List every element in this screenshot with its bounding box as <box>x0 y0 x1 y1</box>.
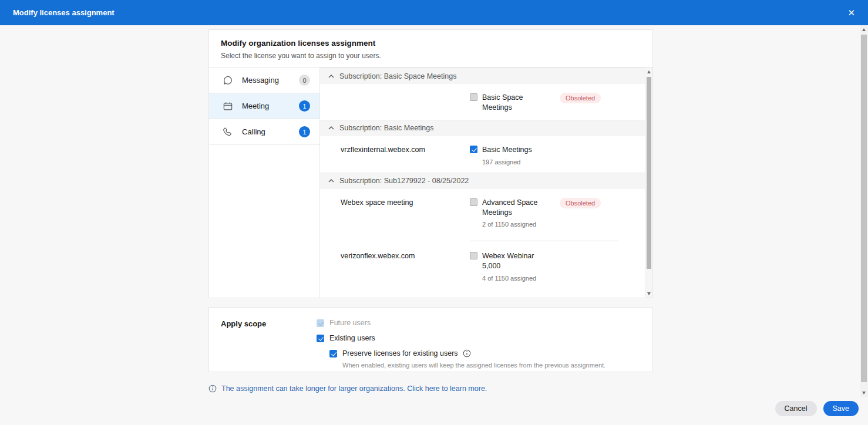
section-title: Subscription: Basic Meetings <box>339 124 434 132</box>
scope-option-description: When enabled, existing users will keep t… <box>342 362 605 369</box>
site-name: verizonflex.webex.com <box>320 251 470 282</box>
modal-header: Modify licenses assignment ✕ <box>0 0 868 25</box>
license-row: Basic Meetings1 assigned <box>320 289 645 298</box>
scope-option: Future users <box>317 315 605 330</box>
license-cell: Webex Webinar 5,0004 of 1150 assigned <box>470 251 645 282</box>
page-scrollbar-thumb[interactable] <box>861 35 867 382</box>
license-panel: Modify organization licenses assignment … <box>208 29 653 298</box>
license-checkbox[interactable] <box>470 93 477 101</box>
row-divider <box>470 241 618 241</box>
subscription-section-header[interactable]: Subscription: Sub1279922 - 08/25/2022 <box>320 173 645 189</box>
license-name: Advanced Space Meetings <box>482 198 551 218</box>
assigned-count: 197 assigned <box>482 158 645 166</box>
chevron-up-icon <box>328 179 334 183</box>
tab-meeting[interactable]: Meeting1 <box>209 93 319 119</box>
page-scroll-up-icon[interactable] <box>860 25 868 33</box>
assigned-count: 2 of 1150 assigned <box>482 221 645 228</box>
license-row: Webex space meetingAdvanced Space Meetin… <box>320 189 645 235</box>
note-text-link[interactable]: The assignment can take longer for large… <box>221 384 487 393</box>
subscription-section-header[interactable]: Subscription: Basic Space Meetings <box>320 68 645 84</box>
calendar-icon <box>222 100 234 112</box>
scope-checkbox <box>317 319 324 327</box>
list-scrollbar[interactable] <box>645 68 652 298</box>
apply-scope-options: Future usersExisting usersPreserve licen… <box>317 308 605 372</box>
obsoleted-badge: Obsoleted <box>560 93 601 103</box>
tab-label: Messaging <box>242 76 299 85</box>
close-icon[interactable]: ✕ <box>844 6 859 19</box>
tab-label: Calling <box>242 127 299 136</box>
tab-count-badge: 1 <box>299 100 310 112</box>
scope-option-label: Future users <box>329 319 371 327</box>
tab-calling[interactable]: Calling1 <box>209 119 319 145</box>
scroll-down-icon[interactable] <box>645 289 652 298</box>
subscription-section-header[interactable]: Subscription: Basic Meetings <box>320 120 645 136</box>
license-row: Basic Space MeetingsObsoleted <box>320 84 645 120</box>
license-cell: Advanced Space MeetingsObsoleted2 of 115… <box>470 198 645 228</box>
info-icon <box>208 384 217 393</box>
site-name: Webex space meeting <box>320 198 470 228</box>
category-tabs: Messaging0Meeting1Calling1 <box>209 68 320 298</box>
chevron-up-icon <box>328 126 334 130</box>
scope-option-label: Preserve licenses for existing users <box>342 349 458 357</box>
tab-label: Meeting <box>242 102 299 110</box>
license-cell: Basic Space MeetingsObsoleted <box>470 93 645 113</box>
section-title: Subscription: Sub1279922 - 08/25/2022 <box>339 177 469 185</box>
license-name: Basic Space Meetings <box>482 93 551 113</box>
info-note: The assignment can take longer for large… <box>208 384 487 393</box>
license-checkbox[interactable] <box>470 146 477 153</box>
license-checkbox[interactable] <box>470 198 477 206</box>
panel-title: Modify organization licenses assignment <box>221 39 641 48</box>
scope-checkbox[interactable] <box>329 350 337 357</box>
license-name: Webex Webinar 5,000 <box>482 251 551 271</box>
save-button[interactable]: Save <box>823 401 859 416</box>
scroll-up-icon[interactable] <box>645 68 652 76</box>
footer-actions: Cancel Save <box>775 401 859 416</box>
panel-body: Messaging0Meeting1Calling1 Subscription:… <box>209 68 652 298</box>
license-row: vrzflexinternal.webex.comBasic Meetings1… <box>320 136 645 173</box>
tab-count-badge: 1 <box>299 126 310 137</box>
tab-messaging[interactable]: Messaging0 <box>209 68 319 93</box>
site-name <box>320 93 470 113</box>
chat-bubble-icon <box>222 75 234 86</box>
apply-scope-label: Apply scope <box>209 308 317 372</box>
scope-option: Existing users <box>317 330 605 346</box>
obsoleted-badge: Obsoleted <box>560 198 601 208</box>
modal-title: Modify licenses assignment <box>13 8 844 17</box>
panel-header: Modify organization licenses assignment … <box>209 30 652 68</box>
license-name: Basic Meetings <box>482 145 551 155</box>
tab-count-badge: 0 <box>299 75 310 86</box>
list-scrollbar-thumb[interactable] <box>647 77 651 269</box>
scope-option-label: Existing users <box>329 334 375 342</box>
site-name: vrzflexinternal.webex.com <box>320 145 470 166</box>
subscription-list: Subscription: Basic Space MeetingsBasic … <box>320 68 645 298</box>
scope-checkbox[interactable] <box>317 335 324 342</box>
license-cell: Basic Meetings197 assigned <box>470 145 645 166</box>
chevron-up-icon <box>328 75 334 78</box>
info-icon[interactable] <box>463 349 471 357</box>
page-scroll-down-icon[interactable] <box>860 389 868 397</box>
panel-subtitle: Select the license you want to assign to… <box>221 52 641 60</box>
assigned-count: 4 of 1150 assigned <box>482 275 645 282</box>
scope-option: Preserve licenses for existing users <box>329 346 605 361</box>
cancel-button[interactable]: Cancel <box>775 401 817 416</box>
section-title: Subscription: Basic Space Meetings <box>339 72 456 80</box>
apply-scope-panel: Apply scope Future usersExisting usersPr… <box>208 307 653 372</box>
page-scrollbar[interactable] <box>860 25 868 397</box>
subscription-list-area: Subscription: Basic Space MeetingsBasic … <box>320 68 652 298</box>
license-checkbox[interactable] <box>470 252 477 259</box>
phone-icon <box>222 126 234 138</box>
license-row: verizonflex.webex.comWebex Webinar 5,000… <box>320 242 645 289</box>
